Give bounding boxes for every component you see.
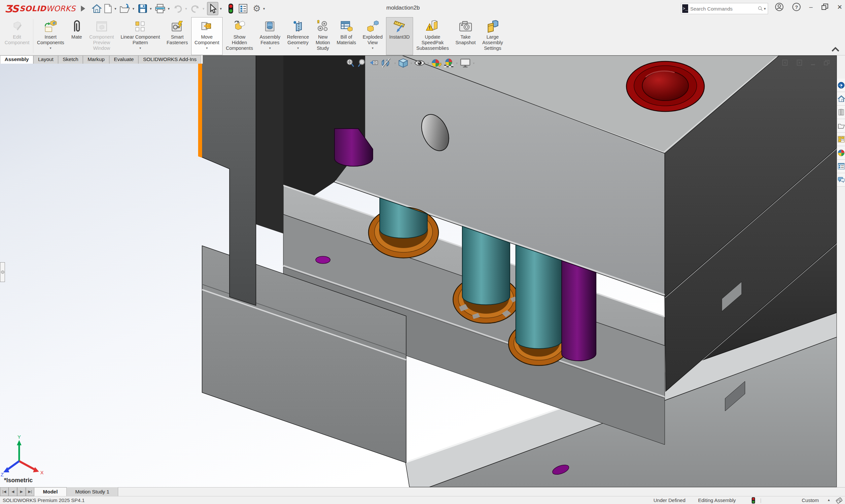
dropdown-arrow-icon[interactable]: ▾ — [50, 46, 52, 50]
solidworks-resources-button[interactable] — [837, 92, 845, 106]
ribbon-component-preview-window[interactable]: Component Preview Window — [86, 17, 117, 55]
search-input[interactable] — [688, 6, 758, 12]
configuration-dropdown-icon[interactable]: ▲ — [827, 498, 830, 502]
ribbon-linear-component-pattern[interactable]: Linear Component Pattern ▾ — [117, 17, 163, 55]
open-dropdown[interactable]: ▾ — [133, 6, 134, 11]
apply-scene-dropdown[interactable]: ▾ — [456, 61, 458, 65]
custom-properties-button[interactable] — [837, 160, 845, 173]
zoom-to-area-icon[interactable] — [357, 58, 367, 68]
ribbon-edit-component[interactable]: Edit Component — [1, 17, 33, 55]
file-properties-button[interactable] — [237, 2, 249, 15]
undo-button[interactable] — [172, 2, 184, 15]
rebuild-button[interactable] — [227, 2, 234, 15]
new-document-dropdown[interactable]: ▾ — [115, 6, 117, 11]
dropdown-arrow-icon[interactable]: ▾ — [372, 46, 374, 50]
apply-scene-icon[interactable] — [444, 58, 454, 68]
help-icon[interactable]: ? — [792, 3, 801, 11]
ribbon-mate[interactable]: Mate — [67, 17, 86, 55]
section-view-dropdown[interactable]: ▾ — [394, 61, 396, 65]
last-tab-button[interactable]: ▶| — [26, 487, 34, 496]
tab-layout[interactable]: Layout — [33, 55, 58, 64]
ribbon-update-speedpak[interactable]: ! Update SpeedPak Subassemblies — [413, 17, 452, 55]
view-orientation-dropdown[interactable]: ▾ — [411, 61, 412, 65]
return-pin-tip[interactable] — [316, 256, 330, 264]
open-button[interactable] — [119, 2, 131, 15]
locating-ring-red[interactable] — [626, 61, 704, 111]
tab-motion-study-1[interactable]: Motion Study 1 — [67, 487, 118, 496]
hide-show-items-eye-icon[interactable] — [414, 58, 425, 68]
guide-pin-teal[interactable] — [516, 245, 562, 349]
hide-show-items-dropdown[interactable]: ▾ — [427, 61, 429, 65]
ribbon-bill-of-materials[interactable]: Bill of Materials — [333, 17, 359, 55]
edit-appearance-icon[interactable] — [431, 58, 442, 68]
options-button[interactable]: ⚙ — [252, 3, 261, 14]
new-document-button[interactable] — [103, 2, 113, 15]
status-rebuild-traffic-light-icon[interactable] — [752, 497, 755, 504]
next-window-icon[interactable] — [796, 59, 803, 66]
next-tab-button[interactable]: ▶ — [17, 487, 26, 496]
save-button[interactable] — [137, 2, 148, 15]
options-dropdown[interactable]: ▾ — [263, 6, 265, 11]
dropdown-arrow-icon[interactable]: ▾ — [269, 46, 271, 50]
tab-model[interactable]: Model — [34, 487, 67, 496]
search-dropdown[interactable]: ▾ — [764, 6, 766, 11]
file-explorer-button[interactable] — [837, 119, 845, 132]
menu-expand-arrow-icon[interactable] — [81, 6, 85, 12]
search-icon[interactable] — [758, 5, 763, 12]
undo-dropdown[interactable]: ▾ — [185, 6, 187, 11]
feature-manager-collapsed-handle[interactable] — [0, 262, 5, 282]
tab-markup[interactable]: Markup — [83, 55, 109, 64]
ribbon-show-hidden-components[interactable]: Show Hidden Components — [223, 17, 256, 55]
design-library-button[interactable] — [837, 106, 845, 119]
threedexperience-button[interactable] — [837, 78, 845, 92]
ribbon-move-component[interactable]: Move Component ▾ — [191, 17, 223, 55]
graphics-viewport[interactable]: Y X Z ▾ ▾ ▾ ▾ ▾ — [0, 55, 837, 487]
ribbon-take-snapshot[interactable]: Take Snapshot — [452, 17, 479, 55]
first-tab-button[interactable]: |◀ — [0, 487, 8, 496]
redo-dropdown[interactable]: ▾ — [203, 6, 204, 11]
section-view-icon[interactable] — [382, 58, 392, 68]
appearances-scenes-button[interactable] — [837, 146, 845, 160]
tab-solidworks-add-ins[interactable]: SOLIDWORKS Add-Ins — [138, 55, 201, 64]
view-orientation-cube-icon[interactable] — [398, 58, 409, 68]
print-button[interactable] — [154, 2, 166, 15]
ribbon-instant3d[interactable]: Instant3D — [386, 17, 413, 55]
zoom-to-fit-icon[interactable] — [345, 58, 355, 68]
ribbon-exploded-view[interactable]: Exploded View ▾ — [359, 17, 386, 55]
status-configuration[interactable]: Custom — [802, 498, 819, 503]
mold-assembly-model[interactable]: Y X Z — [0, 55, 837, 487]
quick-tips-tag-icon[interactable] — [835, 497, 843, 504]
print-dropdown[interactable]: ▾ — [168, 6, 170, 11]
window-minimize-icon[interactable] — [810, 59, 816, 66]
ribbon-large-assembly-settings[interactable]: Large Assembly Settings — [479, 17, 506, 55]
tab-assembly[interactable]: Assembly — [0, 55, 33, 64]
previous-view-icon[interactable] — [369, 58, 380, 68]
save-dropdown[interactable]: ▾ — [150, 6, 152, 11]
close-button[interactable]: ✕ — [837, 3, 842, 11]
dropdown-arrow-icon[interactable]: ▾ — [297, 46, 299, 50]
minimize-button[interactable]: – — [809, 3, 813, 11]
view-settings-dropdown[interactable]: ▾ — [473, 61, 475, 65]
ribbon-smart-fasteners[interactable]: Smart Fasteners — [163, 17, 191, 55]
select-tool-button[interactable] — [207, 2, 218, 15]
home-button[interactable] — [91, 2, 102, 15]
dropdown-arrow-icon[interactable]: ▾ — [206, 46, 208, 50]
redo-button[interactable] — [190, 2, 201, 15]
window-restore-icon[interactable] — [824, 59, 830, 66]
ribbon-collapse-chevron-icon[interactable] — [831, 47, 840, 52]
select-dropdown[interactable]: ▾ — [220, 6, 222, 11]
previous-window-icon[interactable] — [782, 59, 789, 66]
tab-evaluate[interactable]: Evaluate — [109, 55, 138, 64]
ribbon-new-motion-study[interactable]: New Motion Study — [312, 17, 333, 55]
view-palette-button[interactable] — [837, 132, 845, 146]
user-account-icon[interactable] — [775, 3, 783, 11]
tab-sketch[interactable]: Sketch — [58, 55, 83, 64]
ribbon-assembly-features[interactable]: Assembly Features ▾ — [256, 17, 283, 55]
search-commands-box[interactable]: >_ ▾ — [681, 3, 768, 14]
return-pin-purple[interactable] — [562, 260, 596, 361]
ribbon-insert-components[interactable]: Insert Components ▾ — [34, 17, 67, 55]
restore-button[interactable] — [821, 3, 828, 11]
dropdown-arrow-icon[interactable]: ▾ — [139, 46, 141, 50]
previous-tab-button[interactable]: ◀ — [8, 487, 17, 496]
ribbon-reference-geometry[interactable]: Reference Geometry ▾ — [283, 17, 312, 55]
